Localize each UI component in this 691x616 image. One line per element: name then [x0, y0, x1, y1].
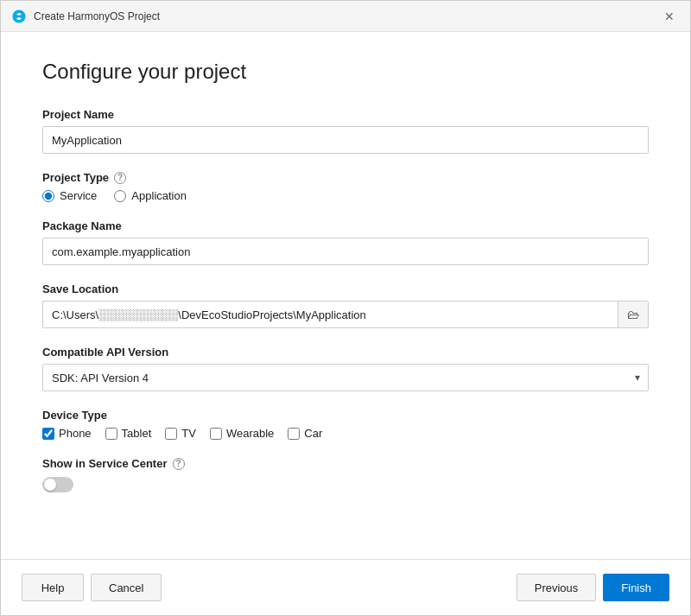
- title-bar-text: Create HarmonyOS Project: [34, 10, 659, 22]
- project-type-radio-group: Service Application: [42, 189, 649, 202]
- checkbox-tv-input[interactable]: [165, 428, 177, 440]
- footer-right: Previous Finish: [517, 574, 669, 601]
- title-bar: Create HarmonyOS Project ✕: [1, 1, 690, 32]
- device-type-group: Device Type Phone Tablet TV Wearable: [42, 409, 649, 440]
- footer-left: Help Cancel: [22, 574, 162, 601]
- radio-service[interactable]: Service: [42, 189, 97, 202]
- project-name-group: Project Name: [42, 108, 649, 154]
- finish-button[interactable]: Finish: [603, 574, 669, 601]
- service-center-toggle[interactable]: [42, 477, 73, 492]
- save-location-label: Save Location: [42, 283, 649, 295]
- checkbox-wearable-input[interactable]: [210, 428, 222, 440]
- compatible-api-group: Compatible API Version SDK: API Version …: [42, 346, 649, 391]
- checkbox-tablet-input[interactable]: [105, 428, 117, 440]
- package-name-input[interactable]: [42, 238, 649, 265]
- save-location-wrapper: 🗁: [42, 301, 649, 328]
- show-in-service-center-group: Show in Service Center ?: [42, 457, 649, 492]
- compatible-api-label: Compatible API Version: [42, 346, 649, 359]
- previous-button[interactable]: Previous: [517, 574, 597, 601]
- checkbox-car-input[interactable]: [288, 428, 300, 440]
- project-type-label: Project Type ?: [42, 171, 649, 184]
- footer: Help Cancel Previous Finish: [1, 559, 690, 615]
- checkbox-tablet-label: Tablet: [122, 427, 152, 440]
- checkbox-phone-input[interactable]: [42, 428, 54, 440]
- checkbox-tv[interactable]: TV: [165, 427, 196, 440]
- radio-application-input[interactable]: [114, 190, 126, 202]
- dialog: Create HarmonyOS Project ✕ Configure you…: [0, 0, 691, 616]
- checkbox-phone[interactable]: Phone: [42, 427, 92, 440]
- folder-icon: 🗁: [627, 308, 639, 321]
- project-name-label: Project Name: [42, 108, 649, 121]
- close-button[interactable]: ✕: [659, 6, 680, 27]
- save-location-group: Save Location 🗁: [42, 283, 649, 328]
- checkbox-car-label: Car: [304, 427, 322, 440]
- content-area: Configure your project Project Name Proj…: [1, 32, 690, 559]
- api-version-dropdown[interactable]: SDK: API Version 4 SDK: API Version 3 SD…: [42, 364, 649, 391]
- checkbox-car[interactable]: Car: [288, 427, 322, 440]
- page-title: Configure your project: [42, 60, 649, 84]
- device-type-checkbox-group: Phone Tablet TV Wearable Car: [42, 427, 649, 440]
- api-version-dropdown-wrapper: SDK: API Version 4 SDK: API Version 3 SD…: [42, 364, 649, 391]
- service-center-help-icon[interactable]: ?: [173, 458, 185, 470]
- folder-browse-button[interactable]: 🗁: [618, 301, 649, 328]
- harmonyos-logo-icon: [11, 9, 27, 24]
- checkbox-wearable[interactable]: Wearable: [210, 427, 274, 440]
- radio-application-label: Application: [131, 189, 187, 202]
- checkbox-tv-label: TV: [181, 427, 196, 440]
- radio-application[interactable]: Application: [114, 189, 187, 202]
- checkbox-phone-label: Phone: [59, 427, 92, 440]
- device-type-label: Device Type: [42, 409, 649, 422]
- save-location-input[interactable]: [42, 301, 618, 328]
- checkbox-wearable-label: Wearable: [226, 427, 274, 440]
- project-type-group: Project Type ? Service Application: [42, 171, 649, 202]
- project-name-input[interactable]: [42, 126, 649, 154]
- radio-service-label: Service: [60, 189, 97, 202]
- package-name-label: Package Name: [42, 219, 649, 232]
- show-in-service-center-label: Show in Service Center ?: [42, 457, 649, 470]
- help-button[interactable]: Help: [22, 574, 84, 601]
- project-type-help-icon[interactable]: ?: [114, 172, 126, 184]
- radio-service-input[interactable]: [42, 190, 54, 202]
- checkbox-tablet[interactable]: Tablet: [105, 427, 152, 440]
- cancel-button[interactable]: Cancel: [91, 574, 162, 601]
- package-name-group: Package Name: [42, 219, 649, 265]
